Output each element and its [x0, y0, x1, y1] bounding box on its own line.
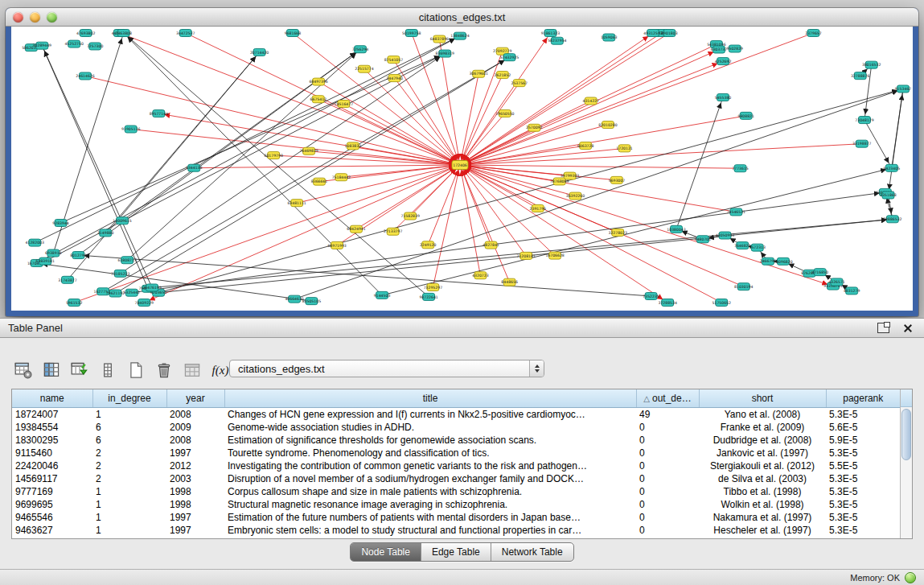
- cell-year[interactable]: 2008: [166, 434, 224, 447]
- column-header-title[interactable]: title: [224, 389, 636, 408]
- close-panel-icon[interactable]: [903, 323, 913, 333]
- table-settings-button[interactable]: [13, 360, 34, 381]
- graph-node[interactable]: 20714420: [250, 48, 269, 56]
- graph-edge[interactable]: [892, 89, 903, 167]
- cell-out_degree[interactable]: 0: [636, 421, 699, 434]
- graph-node[interactable]: 2351868: [880, 192, 897, 199]
- graph-node[interactable]: 76469829: [299, 147, 318, 154]
- graph-node[interactable]: 34472537: [176, 30, 195, 37]
- graph-node[interactable]: 45252750: [64, 40, 83, 47]
- graph-node[interactable]: 8366661: [311, 178, 328, 185]
- graph-node[interactable]: 2379657: [805, 30, 822, 37]
- cell-year[interactable]: 1997: [166, 511, 224, 524]
- graph-node[interactable]: 83698319: [436, 50, 454, 57]
- cell-year[interactable]: 2012: [166, 459, 224, 472]
- graph-edge[interactable]: [460, 33, 813, 165]
- graph-edge[interactable]: [132, 192, 885, 293]
- graph-node[interactable]: 6480701: [695, 236, 712, 243]
- graph-node[interactable]: 94096820: [774, 257, 792, 265]
- tab-network-table[interactable]: Network Table: [491, 543, 573, 561]
- cell-short[interactable]: Nakamura et al. (1997): [699, 511, 826, 524]
- graph-node[interactable]: 9283944: [52, 220, 69, 227]
- cell-in_degree[interactable]: 6: [92, 421, 166, 434]
- column-header-name[interactable]: name: [12, 389, 92, 408]
- cell-pagerank[interactable]: 5.9E-5: [826, 434, 900, 447]
- minimize-window-button[interactable]: [30, 12, 40, 23]
- graph-edge[interactable]: [131, 130, 460, 165]
- delete-button[interactable]: [154, 360, 175, 381]
- cell-pagerank[interactable]: 5.3E-5: [826, 524, 900, 537]
- graph-node[interactable]: 63481111: [287, 200, 306, 207]
- import-table-button[interactable]: [182, 360, 203, 381]
- graph-edge[interactable]: [103, 57, 509, 291]
- graph-node[interactable]: 71582839: [400, 212, 419, 220]
- cell-title[interactable]: Disruption of a novel member of a sodium…: [224, 472, 636, 485]
- graph-node[interactable]: 57432925: [500, 54, 519, 61]
- cell-short[interactable]: Franke et al. (2009): [699, 421, 826, 434]
- cell-pagerank[interactable]: 5.3E-5: [826, 485, 900, 498]
- graph-node[interactable]: 50199758: [402, 30, 421, 37]
- cell-in_degree[interactable]: 2: [92, 459, 166, 472]
- graph-node[interactable]: 36392260: [566, 192, 585, 200]
- graph-node[interactable]: 74516477: [335, 100, 353, 107]
- cell-name[interactable]: 9465546: [12, 511, 92, 524]
- graph-node[interactable]: 9808821: [737, 112, 754, 119]
- graph-node[interactable]: 37288534: [658, 299, 676, 307]
- graph-edge[interactable]: [676, 97, 723, 229]
- cell-year[interactable]: 2003: [166, 472, 224, 485]
- graph-node[interactable]: 68424941: [347, 225, 365, 233]
- cell-short[interactable]: Jankovic et al. (1997): [699, 447, 826, 459]
- cell-pagerank[interactable]: 5.3E-5: [826, 472, 900, 485]
- graph-node[interactable]: 2621852: [495, 72, 511, 79]
- graph-edge[interactable]: [433, 165, 460, 287]
- tab-node-table[interactable]: Node Table: [351, 543, 421, 561]
- cell-short[interactable]: Wolkin et al. (1998): [699, 498, 826, 511]
- graph-node[interactable]: 40664630: [285, 295, 303, 303]
- graph-node[interactable]: 4827841: [483, 241, 499, 249]
- graph-node[interactable]: 4831279: [844, 287, 860, 295]
- table-row[interactable]: 1456911722003Disruption of a novel membe…: [12, 472, 900, 485]
- graph-node[interactable]: 3901803: [661, 30, 678, 37]
- graph-node[interactable]: 38016532: [862, 61, 881, 68]
- function-builder-button[interactable]: f(x): [210, 360, 231, 381]
- graph-edge[interactable]: [460, 101, 591, 165]
- cell-out_degree[interactable]: 0: [636, 447, 699, 459]
- graph-node[interactable]: 4320723: [472, 272, 489, 279]
- graph-edge[interactable]: [124, 33, 382, 295]
- cell-year[interactable]: 1998: [166, 485, 224, 498]
- graph-node[interactable]: 87541057: [384, 56, 403, 64]
- graph-node[interactable]: 73295297: [424, 283, 442, 290]
- cell-title[interactable]: Structural magnetic resonance image aver…: [224, 498, 636, 511]
- graph-node[interactable]: 27133797: [384, 228, 402, 235]
- cell-short[interactable]: Stergiakouli et al. (2012): [699, 459, 826, 472]
- table-row[interactable]: 969969511998Structural magnetic resonanc…: [12, 498, 900, 511]
- graph-node[interactable]: 73185233: [111, 270, 129, 277]
- cell-name[interactable]: 19384554: [12, 421, 92, 434]
- graph-node[interactable]: 4716850: [811, 269, 828, 276]
- select-columns-button[interactable]: [41, 360, 62, 381]
- graph-edge[interactable]: [294, 89, 903, 299]
- cell-short[interactable]: Yano et al. (2008): [699, 408, 826, 422]
- graph-node[interactable]: 8423405: [884, 164, 901, 171]
- graph-node[interactable]: 24614626: [76, 72, 94, 80]
- graph-node[interactable]: 73048179: [855, 117, 873, 124]
- table-row[interactable]: 2242004622012Investigating the contribut…: [12, 459, 900, 472]
- graph-node[interactable]: 43050993: [716, 232, 734, 239]
- zoom-window-button[interactable]: [47, 12, 57, 23]
- graph-node[interactable]: 7863808: [115, 30, 132, 37]
- graph-node[interactable]: 78768089: [550, 178, 569, 185]
- graph-node[interactable]: 2570092: [526, 124, 543, 131]
- graph-node[interactable]: 1083833: [345, 142, 362, 150]
- graph-node[interactable]: 7773615: [732, 165, 749, 172]
- table-row[interactable]: 946362711997Embryonic stem cells: a mode…: [12, 524, 900, 537]
- graph-edge[interactable]: [460, 165, 721, 303]
- cell-out_degree[interactable]: 0: [636, 434, 699, 447]
- cell-year[interactable]: 2009: [166, 421, 224, 434]
- new-document-button[interactable]: [125, 360, 146, 381]
- graph-node[interactable]: 13848624: [450, 32, 469, 39]
- cell-out_degree[interactable]: 49: [636, 408, 699, 422]
- graph-node[interactable]: 58237954: [548, 37, 566, 44]
- graph-node[interactable]: 68971993: [327, 241, 346, 249]
- graph-node[interactable]: 74546531: [727, 208, 745, 216]
- cell-out_degree[interactable]: 0: [636, 459, 699, 472]
